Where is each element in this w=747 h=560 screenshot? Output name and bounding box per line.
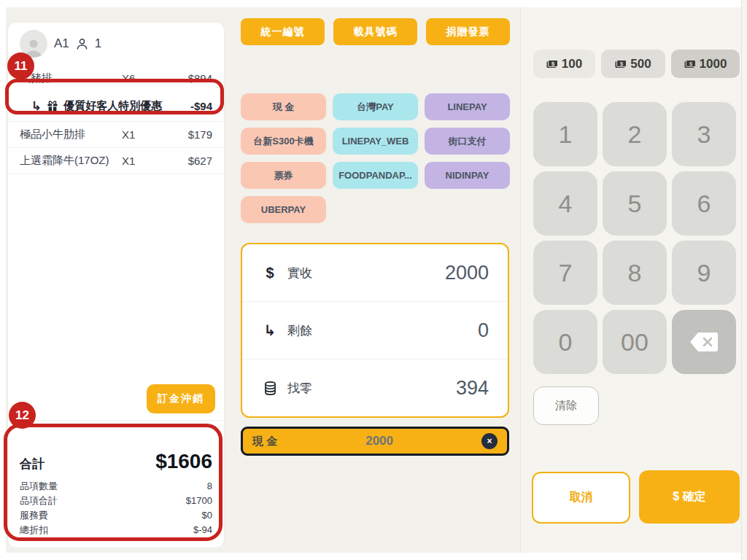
payment-method-card-terminal[interactable]: 台新S300卡機 bbox=[241, 128, 326, 155]
guest-count: 1 bbox=[95, 36, 101, 51]
banknote-icon: $ bbox=[615, 60, 627, 69]
item-price: $179 bbox=[164, 128, 212, 141]
totals-label: 總折扣 bbox=[20, 523, 48, 537]
payment-method-uberpay[interactable]: UBERPAY bbox=[241, 196, 326, 223]
discount-name: 優質好客人特別優惠 bbox=[63, 99, 185, 113]
item-name: 極品小牛肋排 bbox=[20, 128, 122, 141]
quick-cash-label: 100 bbox=[562, 57, 582, 71]
person-silhouette-icon bbox=[23, 36, 44, 58]
payment-method-voucher[interactable]: 票券 bbox=[241, 162, 326, 189]
frame-left bbox=[0, 0, 6, 560]
tender-method: 現 金 bbox=[252, 435, 277, 448]
numpad-key-1[interactable]: 1 bbox=[533, 102, 597, 166]
payment-method-cash[interactable]: 現 金 bbox=[241, 93, 326, 120]
payment-method-foodpanda[interactable]: FOODPANDAP... bbox=[333, 162, 418, 189]
cancel-button[interactable]: 取消 bbox=[532, 472, 630, 524]
quick-cash-label: 1000 bbox=[700, 57, 727, 71]
numpad-key-4[interactable]: 4 bbox=[533, 171, 597, 236]
remove-tender-button[interactable]: × bbox=[481, 433, 498, 449]
numpad-key-7[interactable]: 7 bbox=[533, 241, 597, 305]
totals-label: 品項數量 bbox=[20, 479, 58, 494]
totals-label: 服務費 bbox=[20, 508, 48, 523]
dollar-icon: $ bbox=[261, 265, 279, 281]
received-value: 2000 bbox=[445, 262, 489, 284]
quick-cash-1000-button[interactable]: $ 1000 bbox=[671, 50, 740, 78]
grand-total-label: 合計 bbox=[20, 456, 44, 472]
order-item-row[interactable]: 上選霜降牛(17OZ) X1 $627 bbox=[8, 148, 224, 174]
payment-method-grid: 現 金 台灣PAY LINEPAY 台新S300卡機 LINEPAY_WEB 街… bbox=[241, 93, 509, 223]
keypad-column: $ 100 $ 500 $ 1000 bbox=[520, 7, 747, 553]
frame-bottom bbox=[0, 553, 747, 560]
banknote-icon: $ bbox=[684, 60, 696, 69]
order-panel: A1 1 式豬排 X6 $894 ↳ 優質好客人特別優惠 bbox=[7, 22, 225, 548]
totals-row: 服務費 $0 bbox=[20, 508, 212, 523]
numpad-key-3[interactable]: 3 bbox=[672, 102, 736, 166]
change-row: 找零 394 bbox=[242, 359, 508, 416]
received-label: 實收 bbox=[287, 265, 436, 281]
order-item-row[interactable]: 式豬排 X6 $894 bbox=[8, 65, 224, 91]
numpad: 1 2 3 4 5 6 7 8 9 0 00 bbox=[533, 102, 736, 374]
remaining-value: 0 bbox=[478, 319, 489, 342]
tender-amount: 2000 bbox=[277, 434, 481, 448]
item-qty: X6 bbox=[122, 72, 164, 85]
tender-summary-panel: $ 實收 2000 ↳ 剩餘 0 找零 394 bbox=[241, 243, 509, 418]
coin-stack-icon bbox=[261, 381, 279, 396]
totals-value: $0 bbox=[202, 508, 212, 523]
numpad-key-6[interactable]: 6 bbox=[672, 171, 736, 236]
payment-method-nidinpay[interactable]: NIDINPAY bbox=[425, 162, 510, 189]
branch-arrow-icon: ↳ bbox=[31, 100, 42, 112]
remaining-row: ↳ 剩餘 0 bbox=[242, 301, 508, 359]
deposit-writeoff-button[interactable]: 訂金沖銷 bbox=[147, 384, 215, 413]
remaining-label: 剩餘 bbox=[287, 322, 469, 339]
numpad-key-00[interactable]: 00 bbox=[603, 310, 667, 374]
quick-cash-label: 500 bbox=[630, 57, 651, 71]
discount-amount: -$94 bbox=[190, 100, 212, 112]
backspace-icon bbox=[689, 331, 719, 353]
totals-row: 總折扣 $-94 bbox=[20, 523, 212, 537]
donate-invoice-button[interactable]: 捐贈發票 bbox=[426, 18, 510, 45]
branch-arrow-icon: ↳ bbox=[261, 322, 279, 339]
change-label: 找零 bbox=[287, 380, 447, 397]
item-name: 上選霜降牛(17OZ) bbox=[20, 154, 122, 168]
invoice-options-row: 統一編號 載具號碼 捐贈發票 bbox=[241, 18, 510, 45]
close-icon: × bbox=[487, 436, 492, 446]
item-qty: X1 bbox=[122, 155, 164, 167]
quick-cash-row: $ 100 $ 500 $ 1000 bbox=[533, 50, 740, 78]
numpad-key-5[interactable]: 5 bbox=[603, 171, 667, 236]
totals-row: 品項數量 8 bbox=[20, 479, 212, 494]
frame-top bbox=[0, 0, 747, 7]
item-price: $894 bbox=[164, 72, 212, 85]
numpad-key-8[interactable]: 8 bbox=[603, 241, 667, 305]
payment-method-taiwanpay[interactable]: 台灣PAY bbox=[333, 93, 418, 120]
numpad-key-9[interactable]: 9 bbox=[672, 241, 736, 305]
clear-button[interactable]: 清除 bbox=[533, 386, 599, 425]
numpad-key-2[interactable]: 2 bbox=[603, 102, 667, 166]
payment-column: 統一編號 載具號碼 捐贈發票 現 金 台灣PAY LINEPAY 台新S300卡… bbox=[241, 0, 509, 560]
change-value: 394 bbox=[456, 377, 489, 400]
totals-value: $1700 bbox=[186, 494, 212, 508]
tender-entry-cash[interactable]: 現 金 2000 × bbox=[241, 427, 509, 456]
tax-id-button[interactable]: 統一編號 bbox=[241, 18, 325, 45]
banknote-icon: $ bbox=[546, 60, 558, 69]
quick-cash-500-button[interactable]: $ 500 bbox=[601, 50, 665, 78]
backspace-key[interactable] bbox=[672, 310, 736, 374]
quick-cash-100-button[interactable]: $ 100 bbox=[533, 50, 595, 78]
pos-checkout-screen: A1 1 式豬排 X6 $894 ↳ 優質好客人特別優惠 bbox=[0, 0, 747, 560]
order-discount-row[interactable]: ↳ 優質好客人特別優惠 -$94 bbox=[8, 91, 224, 122]
item-qty: X1 bbox=[122, 128, 164, 141]
confirm-payment-button[interactable]: $ 確定 bbox=[639, 470, 740, 524]
numpad-key-0[interactable]: 0 bbox=[533, 310, 597, 374]
payment-method-jkopay[interactable]: 街口支付 bbox=[425, 128, 510, 155]
grand-total-value: $1606 bbox=[155, 450, 212, 473]
received-row: $ 實收 2000 bbox=[242, 244, 508, 301]
order-item-row[interactable]: 極品小牛肋排 X1 $179 bbox=[8, 122, 224, 148]
payment-method-linepay[interactable]: LINEPAY bbox=[425, 93, 510, 120]
gift-icon bbox=[47, 101, 58, 112]
item-name: 式豬排 bbox=[20, 71, 122, 85]
payment-method-linepay-web[interactable]: LINEPAY_WEB bbox=[333, 128, 418, 155]
totals-value: $-94 bbox=[193, 523, 212, 537]
totals-row: 品項合計 $1700 bbox=[20, 494, 212, 508]
guest-person-icon bbox=[76, 38, 88, 50]
carrier-number-button[interactable]: 載具號碼 bbox=[333, 18, 417, 45]
table-label: A1 bbox=[54, 36, 69, 51]
